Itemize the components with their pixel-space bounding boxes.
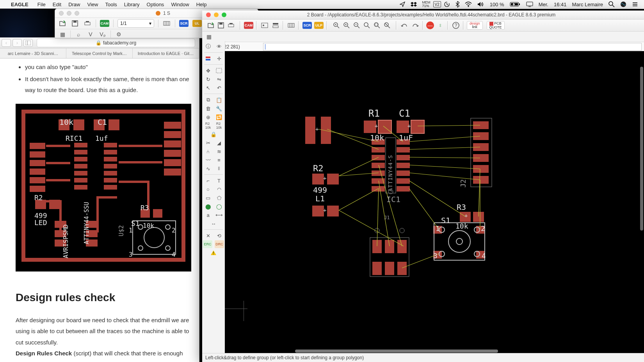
traffic-close[interactable] [59, 11, 64, 16]
change-icon[interactable]: 🔧 [215, 105, 223, 112]
mark-icon[interactable]: ✛ [215, 55, 223, 62]
value-icon[interactable]: R210k [215, 122, 223, 130]
polygon-icon[interactable]: ⬠ [215, 194, 223, 202]
move-icon[interactable]: ✥ [204, 67, 212, 75]
input-source-indicator[interactable]: V2 [433, 1, 441, 7]
command-input[interactable] [263, 43, 642, 51]
split-icon[interactable]: ⑃ [204, 147, 212, 155]
ratsnest-icon[interactable]: ✕ [204, 232, 212, 240]
route-icon[interactable]: 〰 [204, 156, 212, 164]
volume-icon[interactable] [475, 2, 487, 7]
close-button[interactable] [206, 12, 211, 17]
h-scrollbar[interactable] [295, 350, 498, 353]
paste-icon[interactable]: 📋 [215, 96, 223, 104]
scr-button[interactable]: SCR [179, 20, 189, 27]
via-icon[interactable]: ⬤ [204, 202, 212, 210]
board-titlebar[interactable]: 2 Board - /Applications/EAGLE-8.6.3/proj… [202, 11, 644, 20]
meander-icon[interactable]: ∿ [204, 165, 212, 172]
display-icon[interactable] [523, 2, 536, 7]
menu-options[interactable]: Options [143, 2, 168, 7]
drc-button[interactable]: DRC [215, 240, 224, 248]
auto-icon[interactable]: ⟲ [215, 232, 223, 240]
location-arrow-icon[interactable] [397, 2, 408, 7]
pcbquote-button[interactable]: PCBQUOTE [487, 21, 505, 30]
text-icon[interactable]: T [215, 177, 223, 185]
menu-tools[interactable]: Tools [101, 2, 120, 7]
rotate-icon[interactable]: ↻ [204, 75, 212, 83]
copy-icon[interactable]: ⧉ [204, 96, 212, 104]
zoom-fit-icon[interactable] [332, 21, 341, 29]
help-icon[interactable]: ? [452, 21, 460, 29]
menu-help[interactable]: Help [193, 2, 210, 7]
zoom-select-icon[interactable] [373, 21, 381, 29]
menu-edit[interactable]: Edit [49, 2, 65, 7]
timemachine-icon[interactable] [441, 1, 453, 7]
tab-2[interactable]: Telescope Control by Mark… [66, 48, 133, 58]
name-icon[interactable]: R210k [204, 122, 212, 130]
open-icon[interactable] [58, 20, 67, 27]
memory-indicator[interactable]: MEM71% [420, 1, 433, 8]
undo-icon[interactable] [400, 21, 409, 29]
menu-draw[interactable]: Draw [65, 2, 84, 7]
app-name[interactable]: EAGLE [11, 2, 34, 7]
lock-icon[interactable]: 🔒 [209, 130, 218, 138]
rect-icon[interactable]: ▭ [204, 194, 212, 202]
schematic-switch-icon[interactable] [260, 21, 269, 29]
menu-library[interactable]: Library [121, 2, 143, 7]
zoom-in-icon[interactable] [342, 21, 351, 29]
manufacturing-icon[interactable] [162, 20, 171, 27]
redo-icon[interactable] [411, 21, 420, 29]
cam-button[interactable]: CAM [100, 20, 109, 27]
v-scrollbar[interactable] [640, 67, 643, 231]
replace-icon[interactable]: 🔁 [215, 113, 223, 121]
zoom-unselect-icon[interactable] [383, 21, 391, 29]
menubar-time[interactable]: 16:41 [551, 2, 569, 7]
siri-icon[interactable] [617, 1, 629, 7]
address-bar[interactable]: 🔒 fabacademy.org [37, 39, 195, 47]
erc-button[interactable]: ERC [203, 240, 212, 248]
open-icon[interactable] [206, 21, 215, 29]
settings-icon[interactable]: ⚙ [114, 30, 123, 38]
circle-icon[interactable]: ○ [204, 185, 212, 193]
zoom-icon[interactable]: ⌕ [74, 30, 83, 38]
tab-3[interactable]: Introduction to EAGLE · Git… [133, 48, 199, 58]
grid-icon[interactable]: ▦ [205, 33, 213, 41]
wire-icon[interactable]: ⌐ [204, 177, 212, 185]
grid-icon[interactable]: ▦ [58, 30, 67, 38]
save-icon[interactable] [217, 21, 225, 29]
board-canvas[interactable]: + + + + + [225, 51, 644, 353]
minimize-button[interactable] [214, 12, 219, 17]
smash-icon[interactable]: ✂ [204, 139, 212, 147]
back-button[interactable]: ‹ [2, 39, 11, 47]
voltage-icon[interactable]: V [86, 30, 95, 38]
stop-button[interactable]: — [426, 21, 434, 29]
delete-icon[interactable]: 🗑 [204, 105, 212, 112]
maximize-button[interactable] [222, 12, 226, 17]
mirror-icon[interactable]: ⇋ [215, 75, 223, 83]
fanout-icon[interactable]: ⫴ [215, 165, 223, 172]
show-icon[interactable]: 👁 [215, 43, 223, 50]
hole-icon[interactable]: ◯ [215, 202, 223, 210]
miter-icon[interactable]: ◢ [215, 139, 223, 147]
dimension-icon[interactable]: ⟷ [215, 211, 223, 219]
scr-button[interactable]: SCR [302, 22, 312, 29]
ulp-button[interactable]: ULP [314, 22, 324, 29]
library-icon[interactable] [271, 21, 280, 29]
go-button[interactable]: ⦂ [436, 21, 445, 29]
signal-icon[interactable]: ↔ [209, 220, 218, 227]
undo2-icon[interactable]: ↶ [215, 84, 223, 92]
tab-1[interactable]: arc Lemaire - 3D Scanni… [0, 48, 66, 58]
arc-icon[interactable]: ◠ [215, 185, 223, 193]
safari-content[interactable]: you can also type "auto" It doesn't have… [0, 59, 199, 362]
sidebar-button[interactable] [23, 39, 33, 47]
info-icon[interactable]: ⓘ [204, 43, 212, 50]
manufacturing-icon[interactable] [287, 21, 295, 29]
cam-button[interactable]: CAM [244, 22, 253, 29]
traffic-min[interactable] [67, 11, 71, 16]
sheet-selector[interactable]: 1/1▾ [117, 19, 154, 28]
menu-window[interactable]: Window [167, 2, 192, 7]
add-icon[interactable]: ⊕ [204, 113, 212, 121]
notification-center-icon[interactable] [629, 2, 641, 7]
menubar-user[interactable]: Marc Lemaire [569, 2, 606, 7]
print-icon[interactable] [83, 20, 92, 27]
